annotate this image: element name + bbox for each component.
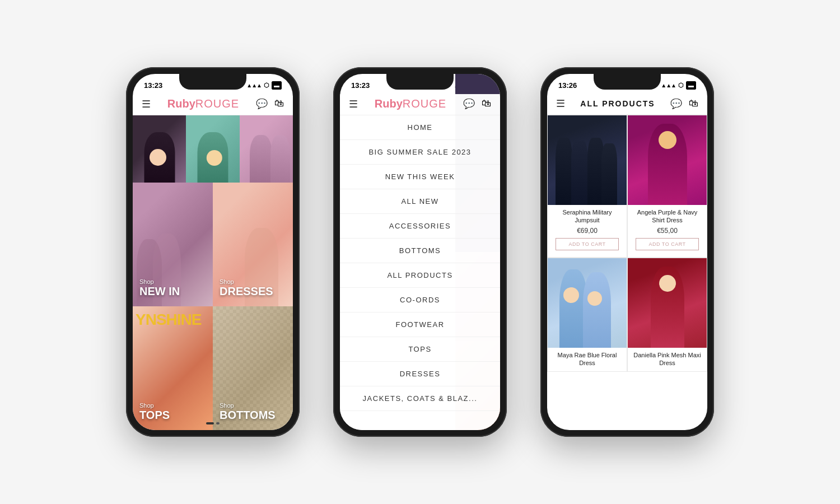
product-image-2: [628, 115, 707, 205]
product-price-1: €69,00: [552, 227, 622, 235]
header-icons-1: 💬 🛍: [256, 98, 284, 110]
phone2-content: ☰ RubyROUGE 💬 🛍 HOME BIG Summer Sale 202…: [340, 94, 500, 430]
menu-item-coords[interactable]: CO-ORDS: [340, 288, 500, 312]
cat-shop-bottoms: Shop: [220, 402, 276, 409]
product-name-2: Angela Purple & Navy Shirt Dress: [632, 208, 702, 225]
navigation-menu: ☰ RubyROUGE 💬 🛍 HOME BIG Summer Sale 202…: [340, 94, 500, 430]
cat-name-bottoms: BOTTOMS: [220, 409, 276, 421]
menu-item-new-this-week[interactable]: NEW THIS WEEK: [340, 165, 500, 189]
menu-item-home[interactable]: HOME: [340, 115, 500, 140]
hamburger-icon-1[interactable]: ☰: [142, 98, 151, 110]
signal-icon-1: ▲▲▲: [246, 82, 262, 88]
product-name-4: Daniella Pink Mesh Maxi Dress: [632, 351, 702, 367]
cat-name-tops: TOPS: [139, 409, 170, 421]
menu-header-icons: 💬 🛍: [463, 98, 491, 110]
dot-1: [206, 422, 214, 424]
product-image-1: [548, 115, 627, 205]
hamburger-icon-2[interactable]: ☰: [349, 98, 358, 110]
product-card-3[interactable]: Maya Rae Blue Floral Dress: [547, 258, 627, 372]
notch-2: [386, 74, 454, 90]
products-header-icons: 💬 🛍: [670, 98, 698, 110]
wifi-icon-3: ⬡: [678, 82, 684, 89]
hamburger-icon-3[interactable]: ☰: [556, 97, 565, 110]
phones-container: 13:23 ▲▲▲ ⬡ ▬ ☰ RubyROUGE 💬 🛍: [126, 67, 714, 437]
signal-icon-3: ▲▲▲: [661, 82, 676, 88]
menu-item-bottoms[interactable]: BOTTOMS: [340, 239, 500, 263]
status-time-3: 13:26: [558, 81, 577, 90]
notch-1: [179, 74, 246, 90]
product-info-2: Angela Purple & Navy Shirt Dress €55,00 …: [628, 205, 707, 257]
chat-icon-2[interactable]: 💬: [463, 98, 475, 110]
home-grid: Shop NEW IN Shop DRESSES: [133, 115, 293, 430]
menu-item-all-new[interactable]: ALL NEW: [340, 189, 500, 214]
menu-nav: HOME BIG Summer Sale 2023 NEW THIS WEEK …: [340, 115, 500, 430]
status-time-1: 13:23: [144, 81, 162, 90]
product-image-4: [628, 258, 707, 348]
category-grid: Shop NEW IN Shop DRESSES: [133, 183, 293, 430]
product-info-4: Daniella Pink Mesh Maxi Dress: [628, 348, 707, 372]
add-to-cart-btn-1[interactable]: ADD TO CART: [556, 238, 619, 250]
app-header-1: ☰ RubyROUGE 💬 🛍: [133, 94, 293, 115]
product-info-3: Maya Rae Blue Floral Dress: [548, 348, 627, 372]
menu-item-footwear[interactable]: FOOTWEAR: [340, 312, 500, 337]
products-content: Seraphina Military Jumpsuit €69,00 ADD T…: [547, 115, 707, 430]
menu-item-accessories[interactable]: ACCESSORIES: [340, 214, 500, 239]
menu-item-dresses[interactable]: DRESSES: [340, 362, 500, 386]
notch-3: [594, 74, 661, 90]
cat-shop-dresses: Shop: [220, 278, 273, 285]
dot-2: [216, 422, 220, 424]
phone-2: 13:23 ▲▲▲ ⬡ ▬ ☰: [333, 67, 507, 437]
chat-icon-1[interactable]: 💬: [256, 98, 268, 110]
products-header-bar: ☰ ALL PRODUCTS 💬 🛍: [547, 94, 707, 115]
cat-label-newin: Shop NEW IN: [139, 278, 180, 297]
category-tops[interactable]: YNSHINE Shop TOPS: [133, 306, 213, 430]
cat-name-dresses: DRESSES: [220, 285, 273, 297]
product-name-1: Seraphina Military Jumpsuit: [552, 208, 622, 225]
status-icons-3: ▲▲▲ ⬡ ▬: [661, 81, 696, 90]
menu-item-tops[interactable]: TOPS: [340, 337, 500, 362]
product-price-2: €55,00: [632, 227, 702, 235]
menu-brand-logo: RubyROUGE: [375, 97, 446, 110]
cat-name-newin: NEW IN: [139, 285, 180, 297]
product-card-2[interactable]: Angela Purple & Navy Shirt Dress €55,00 …: [627, 115, 707, 258]
bag-icon-2[interactable]: 🛍: [482, 98, 491, 110]
menu-item-jackets[interactable]: JACKETS, COATS & BLAZ...: [340, 386, 500, 411]
battery-icon-1: ▬: [272, 81, 282, 90]
menu-header: ☰ RubyROUGE 💬 🛍: [340, 94, 500, 115]
hero-image-3: [240, 115, 293, 183]
page-title: ALL PRODUCTS: [565, 99, 670, 108]
bag-icon-1[interactable]: 🛍: [274, 98, 284, 110]
phone-1: 13:23 ▲▲▲ ⬡ ▬ ☰ RubyROUGE 💬 🛍: [126, 67, 300, 437]
hero-strip: [133, 115, 293, 183]
product-name-3: Maya Rae Blue Floral Dress: [552, 351, 622, 367]
product-card-1[interactable]: Seraphina Military Jumpsuit €69,00 ADD T…: [547, 115, 627, 258]
cat-label-tops: Shop TOPS: [139, 402, 170, 421]
chat-icon-3[interactable]: 💬: [670, 98, 682, 110]
menu-item-all-products[interactable]: ALL PRODUCTS: [340, 263, 500, 288]
category-new-in[interactable]: Shop NEW IN: [133, 183, 213, 306]
product-info-1: Seraphina Military Jumpsuit €69,00 ADD T…: [548, 205, 627, 257]
battery-icon-3: ▬: [686, 81, 696, 90]
cat-shop-tops: Shop: [139, 402, 170, 409]
bag-icon-3[interactable]: 🛍: [689, 98, 698, 110]
wifi-icon-1: ⬡: [264, 82, 269, 89]
phone1-content: Shop NEW IN Shop DRESSES: [133, 115, 293, 430]
product-image-3: [548, 258, 627, 348]
add-to-cart-btn-2[interactable]: ADD TO CART: [636, 238, 699, 250]
status-time-2: 13:23: [351, 81, 370, 90]
product-card-4[interactable]: Daniella Pink Mesh Maxi Dress: [627, 258, 707, 372]
hero-image-1: [133, 115, 186, 183]
cat-label-dresses: Shop DRESSES: [220, 278, 273, 297]
category-bottoms[interactable]: Shop BOTTOMS: [213, 306, 293, 430]
cat-label-bottoms: Shop BOTTOMS: [220, 402, 276, 421]
category-dresses[interactable]: Shop DRESSES: [213, 183, 293, 306]
menu-item-sale[interactable]: BIG Summer Sale 2023: [340, 140, 500, 165]
products-grid: Seraphina Military Jumpsuit €69,00 ADD T…: [547, 115, 707, 372]
brand-logo-1: RubyROUGE: [167, 97, 239, 110]
cat-shop-newin: Shop: [139, 278, 180, 285]
phone-3: 13:26 ▲▲▲ ⬡ ▬ ☰ ALL PRODUCTS 💬 🛍: [540, 67, 714, 437]
hero-image-2: [186, 115, 239, 183]
status-icons-1: ▲▲▲ ⬡ ▬: [246, 81, 282, 90]
